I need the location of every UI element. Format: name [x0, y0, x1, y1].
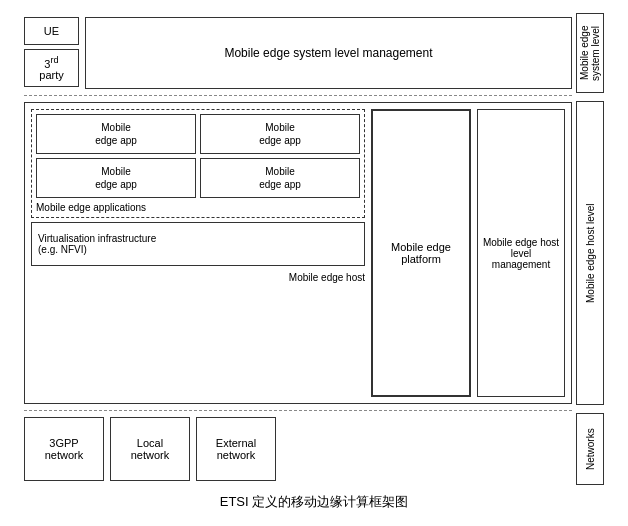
platform-box: Mobile edge platform: [371, 109, 471, 397]
side-labels: Mobile edge system level Mobile edge hos…: [576, 13, 604, 485]
host-label: Mobile edge host: [31, 272, 365, 283]
system-mgmt-label: Mobile edge system level management: [224, 46, 432, 60]
app-box-4: Mobileedge app: [200, 158, 360, 198]
virt-box: Virtualisation infrastructure(e.g. NFVI): [31, 222, 365, 266]
side-label-system: Mobile edge system level: [576, 13, 604, 93]
separator-top: [24, 95, 572, 96]
side-label-host-text: Mobile edge host level: [585, 203, 596, 303]
ue-col: UE 3rdparty: [24, 17, 79, 89]
app-box-1: Mobileedge app: [36, 114, 196, 154]
system-mgmt-box: Mobile edge system level management: [85, 17, 572, 89]
ue-label: UE: [44, 25, 59, 37]
network-external: Externalnetwork: [196, 417, 276, 481]
diagram-caption: ETSI 定义的移动边缘计算框架图: [220, 491, 409, 513]
party-box: 3rdparty: [24, 49, 79, 87]
caption-text: ETSI 定义的移动边缘计算框架图: [220, 494, 409, 509]
network-3gpp-label: 3GPPnetwork: [45, 437, 84, 461]
side-label-networks-text: Networks: [585, 428, 596, 470]
side-label-system-text: Mobile edge system level: [579, 18, 601, 88]
apps-container: Mobileedge app Mobileedge app Mobileedge…: [31, 109, 365, 218]
separator-bottom: [24, 410, 572, 411]
virt-label: Virtualisation infrastructure(e.g. NFVI): [38, 233, 156, 255]
network-3gpp: 3GPPnetwork: [24, 417, 104, 481]
app-label-1: Mobileedge app: [95, 121, 137, 147]
networks-section: 3GPPnetwork Localnetwork Externalnetwork: [24, 413, 572, 485]
ue-box: UE: [24, 17, 79, 45]
party-label: 3rdparty: [39, 55, 63, 82]
diagram-area: UE 3rdparty Mobile edge system level man…: [24, 13, 604, 485]
app-label-3: Mobileedge app: [95, 165, 137, 191]
host-mgmt-box: Mobile edge host level management: [477, 109, 565, 397]
app-label-2: Mobileedge app: [259, 121, 301, 147]
diagram-wrapper: UE 3rdparty Mobile edge system level man…: [24, 13, 604, 513]
app-box-2: Mobileedge app: [200, 114, 360, 154]
top-section: UE 3rdparty Mobile edge system level man…: [24, 13, 572, 93]
main-content: UE 3rdparty Mobile edge system level man…: [24, 13, 572, 485]
apps-container-label: Mobile edge applications: [36, 202, 360, 213]
host-mgmt-label: Mobile edge host level management: [482, 237, 560, 270]
app-label-4: Mobileedge app: [259, 165, 301, 191]
network-local: Localnetwork: [110, 417, 190, 481]
mobile-edge-host-section: Mobileedge app Mobileedge app Mobileedge…: [24, 102, 572, 404]
network-local-label: Localnetwork: [131, 437, 170, 461]
host-left: Mobileedge app Mobileedge app Mobileedge…: [31, 109, 365, 397]
side-label-host: Mobile edge host level: [576, 101, 604, 405]
app-box-3: Mobileedge app: [36, 158, 196, 198]
platform-label: Mobile edge platform: [377, 241, 465, 265]
apps-grid: Mobileedge app Mobileedge app Mobileedge…: [36, 114, 360, 198]
host-inner: Mobileedge app Mobileedge app Mobileedge…: [31, 109, 565, 397]
network-external-label: Externalnetwork: [216, 437, 256, 461]
side-label-networks: Networks: [576, 413, 604, 485]
